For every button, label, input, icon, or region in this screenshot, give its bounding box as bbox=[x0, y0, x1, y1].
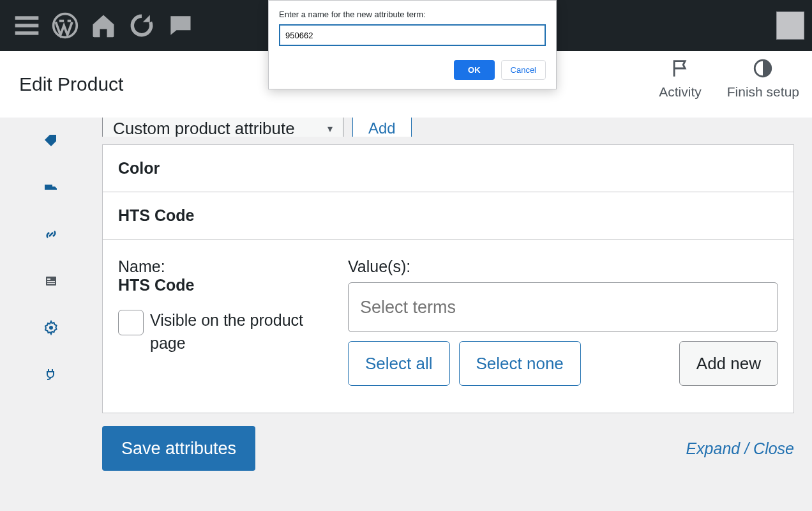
pricetag-icon bbox=[43, 133, 59, 149]
activity-label: Activity bbox=[659, 84, 702, 100]
tab-attributes[interactable] bbox=[0, 257, 102, 304]
attributes-list: Color HTS Code Name: HTS Code Visible on… bbox=[102, 144, 794, 413]
select-all-button[interactable]: Select all bbox=[348, 341, 450, 386]
terms-placeholder: Select terms bbox=[360, 298, 456, 317]
prompt-cancel-button[interactable]: Cancel bbox=[501, 60, 546, 80]
tab-general[interactable] bbox=[0, 118, 102, 164]
attribute-row-color[interactable]: Color bbox=[103, 145, 793, 192]
plug-icon bbox=[43, 367, 59, 382]
flag-icon bbox=[670, 57, 691, 79]
new-term-prompt: Enter a name for the new attribute term:… bbox=[268, 0, 557, 89]
tab-plugins[interactable] bbox=[0, 351, 102, 397]
tab-shipping[interactable] bbox=[0, 164, 102, 211]
select-none-button[interactable]: Select none bbox=[459, 341, 581, 386]
wordpress-icon[interactable] bbox=[46, 6, 84, 45]
attribute-type-select[interactable]: Custom product attribute ▾ bbox=[102, 118, 343, 137]
tab-linked[interactable] bbox=[0, 211, 102, 257]
terms-select[interactable]: Select terms bbox=[348, 282, 778, 332]
svg-rect-0 bbox=[15, 16, 39, 19]
expand-close-toggle[interactable]: Expand / Close bbox=[686, 439, 794, 458]
svg-rect-2 bbox=[15, 31, 39, 35]
page-icon bbox=[43, 273, 59, 289]
name-value: HTS Code bbox=[118, 276, 335, 294]
expand-link[interactable]: Expand bbox=[686, 439, 740, 457]
svg-point-9 bbox=[49, 326, 53, 330]
save-attributes-button[interactable]: Save attributes bbox=[102, 426, 255, 471]
prompt-message: Enter a name for the new attribute term: bbox=[279, 10, 546, 19]
visible-on-page-option[interactable]: Visible on the product page bbox=[118, 309, 335, 355]
prompt-input[interactable] bbox=[279, 24, 546, 46]
refresh-icon[interactable] bbox=[123, 6, 161, 45]
comment-icon[interactable] bbox=[161, 6, 199, 45]
link-icon bbox=[43, 227, 59, 242]
svg-rect-1 bbox=[15, 24, 39, 27]
attributes-panel: Custom product attribute ▾ Add Color HTS… bbox=[102, 118, 812, 511]
activity-button[interactable]: Activity bbox=[659, 57, 702, 100]
menu-icon[interactable] bbox=[8, 6, 46, 45]
home-icon[interactable] bbox=[84, 6, 123, 45]
avatar[interactable] bbox=[776, 11, 804, 40]
finish-setup-button[interactable]: Finish setup bbox=[727, 57, 799, 100]
attribute-body-hts: Name: HTS Code Visible on the product pa… bbox=[103, 239, 793, 413]
attribute-type-label: Custom product attribute bbox=[113, 119, 295, 137]
svg-rect-8 bbox=[47, 283, 55, 284]
truck-icon bbox=[43, 180, 59, 195]
finish-setup-label: Finish setup bbox=[727, 84, 799, 100]
gear-icon bbox=[43, 320, 59, 335]
close-link[interactable]: Close bbox=[753, 439, 794, 457]
svg-rect-7 bbox=[47, 281, 55, 282]
visible-checkbox[interactable] bbox=[118, 310, 144, 335]
prompt-ok-button[interactable]: OK bbox=[454, 60, 495, 80]
name-label: Name: bbox=[118, 257, 335, 276]
svg-rect-6 bbox=[47, 278, 50, 280]
visible-label: Visible on the product page bbox=[150, 309, 335, 355]
product-data-tabs bbox=[0, 118, 102, 511]
chevron-down-icon: ▾ bbox=[327, 123, 333, 135]
attribute-row-hts[interactable]: HTS Code bbox=[103, 192, 793, 239]
add-new-term-button[interactable]: Add new bbox=[679, 341, 778, 386]
add-attribute-button[interactable]: Add bbox=[352, 118, 412, 137]
page-title: Edit Product bbox=[19, 73, 123, 95]
tab-advanced[interactable] bbox=[0, 304, 102, 351]
contrast-icon bbox=[752, 57, 774, 79]
values-label: Value(s): bbox=[348, 257, 778, 276]
